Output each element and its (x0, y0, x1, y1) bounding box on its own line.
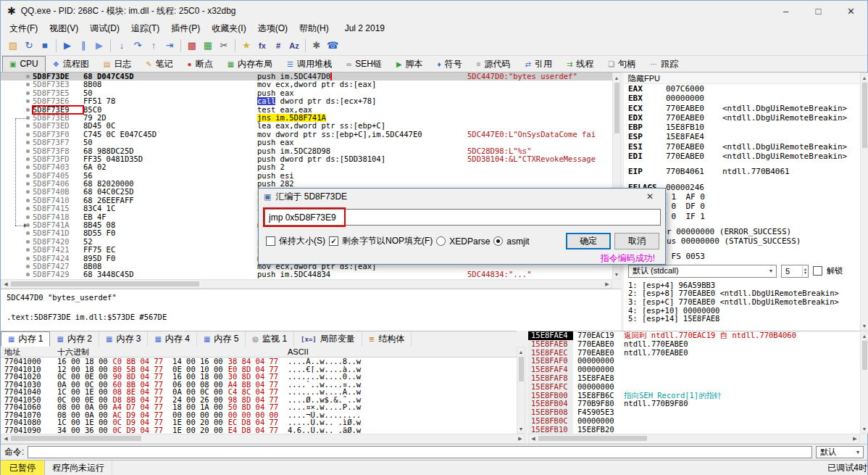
breakpoint-gutter[interactable] (1, 221, 33, 229)
breakpoint-gutter[interactable] (1, 155, 33, 163)
breakpoint-gutter[interactable] (1, 188, 33, 196)
argument-row[interactable]: 5: [esp+14] 15E8FAE8 (624, 315, 860, 323)
open-file-icon[interactable]: ▨ (5, 38, 21, 54)
scroll-up-icon[interactable]: ▲ (861, 73, 868, 82)
disasm-horizontal-scrollbar[interactable]: ◀ ▶ (1, 279, 612, 289)
breakpoint-gutter[interactable] (1, 89, 33, 97)
assembly-input[interactable] (264, 209, 661, 226)
breakpoint-gutter[interactable] (1, 263, 33, 270)
scroll-left-icon[interactable]: ◀ (1, 434, 10, 443)
tab-struct[interactable]: ≣结构体 (362, 331, 412, 347)
tab-graph[interactable]: ❖流程图 (46, 56, 96, 72)
memory-row[interactable]: 770410200C 00 0E 0090 8D 04 7716 00 18 0… (1, 373, 517, 381)
breakpoint-gutter[interactable] (1, 114, 33, 122)
close-button[interactable]: ✕ (835, 1, 867, 21)
patch-icon[interactable]: ▩ (184, 38, 200, 54)
disasm-row[interactable]: 5D8F742968 3448C45Dpush im.5DC448345DC44… (1, 270, 612, 278)
stack-horizontal-scrollbar[interactable]: ◀ ▶ (528, 434, 860, 444)
breakpoint-gutter[interactable] (1, 139, 33, 146)
tab-memory4[interactable]: ▦内存 4 (148, 331, 196, 347)
scroll-right-icon[interactable]: ▶ (516, 434, 525, 443)
hide-fpu-toggle[interactable]: 隐藏FPU (624, 73, 860, 84)
calling-convention-select[interactable]: 默认 (stdcall) ▾ (628, 265, 777, 278)
scroll-right-icon[interactable]: ▶ (603, 280, 612, 288)
tab-symbols[interactable]: ♦符号 (430, 56, 470, 72)
run-to-cursor-icon[interactable]: ⇥ (162, 38, 178, 54)
view-menu[interactable]: 视图(V) (43, 21, 84, 36)
tab-memory1[interactable]: ▦内存 1 (1, 331, 50, 347)
scroll-down-icon[interactable]: ▼ (861, 424, 868, 433)
scroll-down-icon[interactable]: ▼ (861, 321, 868, 330)
step-over-icon[interactable]: ↷ (130, 38, 146, 54)
run-icon[interactable]: ▶ (59, 38, 75, 54)
tab-memory2[interactable]: ▦内存 2 (50, 331, 99, 347)
argument-row[interactable]: 2: [esp+8] 770EABE0 <ntdll.DbgUiRemoteBr… (624, 289, 860, 298)
nop-fill-checkbox[interactable]: ✓ (329, 236, 338, 246)
tab-source[interactable]: ≡源代码 (470, 56, 518, 72)
register-row[interactable]: EDX770EABE0<ntdll.DbgUiRemoteBreakin> (624, 113, 860, 123)
breakpoint-gutter[interactable] (1, 122, 33, 130)
scroll-up-icon[interactable]: ▲ (613, 73, 620, 82)
breakpoint-gutter[interactable] (1, 106, 33, 114)
memory-row[interactable]: 7704106008 00 0A 00A4 D7 04 7718 00 1A 0… (1, 403, 517, 411)
options-menu[interactable]: 选项(O) (252, 21, 293, 36)
tab-log[interactable]: ▤日志 (96, 56, 138, 72)
breakpoint-gutter[interactable] (1, 73, 33, 80)
az-icon[interactable]: Az (286, 38, 302, 54)
stack-row[interactable]: 15E8FAFC00000000 (528, 383, 860, 392)
register-row[interactable]: EBX00000000 (624, 94, 860, 103)
dialog-titlebar[interactable]: ▣ 汇编于 5D8F73DE ✕ (259, 189, 665, 205)
register-row[interactable]: ESI770EABE0<ntdll.DbgUiRemoteBreakin> (624, 142, 860, 152)
scrollbar-thumb[interactable] (538, 436, 647, 441)
scrollbar-thumb[interactable] (862, 341, 867, 370)
step-out-icon[interactable]: ↑ (146, 38, 162, 54)
argument-row[interactable]: 3: [esp+C] 770EABE0 <ntdll.DbgUiRemoteBr… (624, 298, 860, 307)
memory-row[interactable]: 770410401C 00 1E 0008 8E 04 770A 00 0C 0… (1, 388, 517, 396)
scroll-down-icon[interactable]: ▼ (517, 424, 525, 433)
tab-locals[interactable]: [x=]局部变量 (294, 331, 362, 347)
scroll-up-icon[interactable]: ▲ (861, 331, 868, 340)
tab-script[interactable]: ▶脚本 (389, 56, 430, 72)
memory-vertical-scrollbar[interactable]: ▲ ▼ (517, 347, 525, 434)
tab-memory3[interactable]: ▦内存 3 (99, 331, 148, 347)
fx-icon[interactable]: fx (254, 38, 270, 54)
trace-menu[interactable]: 追踪(T) (125, 21, 165, 36)
breakpoint-gutter[interactable] (1, 255, 33, 263)
stack-vertical-scrollbar[interactable]: ▲ ▼ (860, 331, 868, 434)
disasm-row[interactable]: 5D8F73E6FF51 78call dword ptr ds:[ecx+78… (1, 97, 612, 105)
tab-breakpoints[interactable]: ●断点 (180, 56, 220, 72)
help-menu[interactable]: 帮助(H) (293, 21, 335, 36)
command-input[interactable] (28, 446, 812, 458)
memory-horizontal-scrollbar[interactable]: ◀ ▶ (1, 434, 525, 444)
breakpoint-gutter[interactable] (1, 163, 33, 171)
stack-row[interactable]: 15E8FAE8770EABE0ntdll.770EABE0 (528, 340, 860, 349)
restart-icon[interactable]: ↻ (21, 38, 37, 54)
register-row[interactable]: EBP15E8FB10 (624, 123, 860, 132)
memory-row[interactable]: 7704100016 00 18 00C0 8B 04 7714 00 16 0… (1, 358, 517, 365)
breakpoint-gutter[interactable] (1, 197, 33, 205)
pause-icon[interactable]: ∥ (75, 38, 91, 54)
stack-row[interactable]: 15E8FAF815E8FAE8 (528, 374, 860, 383)
breakpoint-gutter[interactable] (1, 213, 33, 221)
spinner-arrows-icon[interactable]: ▴ ▾ (802, 266, 808, 276)
scrollbar-thumb[interactable] (11, 281, 199, 286)
breakpoint-gutter[interactable] (1, 147, 33, 155)
tab-seh[interactable]: ∞SEH链 (339, 56, 389, 72)
tab-trace[interactable]: ⋯跟踪 (643, 56, 685, 72)
tab-notes[interactable]: ✎笔记 (138, 56, 180, 72)
scrollbar-thumb[interactable] (519, 357, 524, 381)
stack-row[interactable]: 15E8FB1015E8FB20 (528, 426, 860, 434)
hash-icon[interactable]: # (270, 38, 286, 54)
dialog-close-button[interactable]: ✕ (640, 191, 660, 202)
asmjit-radio[interactable] (493, 236, 503, 246)
scroll-left-icon[interactable]: ◀ (1, 280, 10, 288)
breakpoint-gutter[interactable] (1, 131, 33, 139)
scrollbar-thumb[interactable] (614, 83, 619, 133)
breakpoint-gutter[interactable] (1, 172, 33, 180)
tab-references[interactable]: ⇄引用 (518, 56, 559, 72)
stop-icon[interactable]: ■ (37, 38, 53, 54)
tab-call-stack[interactable]: ☰调用堆栈 (280, 56, 339, 72)
register-row[interactable]: EIP770B4061ntdll.770B4061 (624, 167, 860, 176)
breakpoint-gutter[interactable] (1, 97, 33, 105)
tab-handles[interactable]: ❏句柄 (601, 56, 643, 72)
